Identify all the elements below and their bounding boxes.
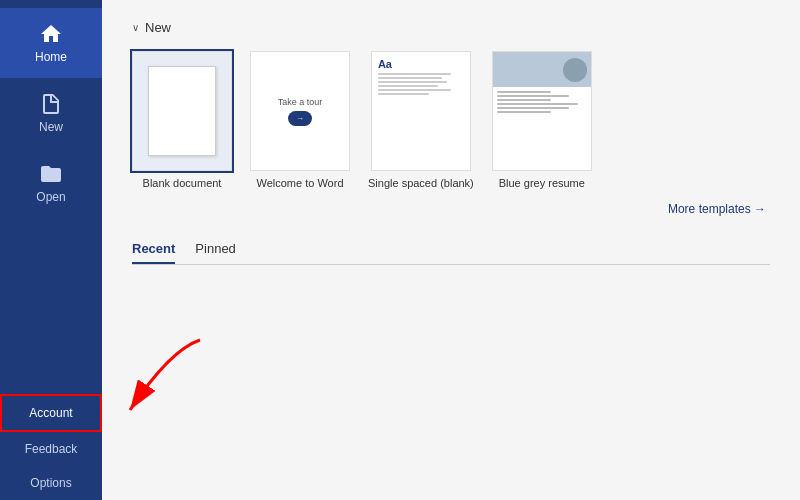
template-single[interactable]: Aa Single spaced (blank) xyxy=(368,51,474,189)
resume-avatar xyxy=(563,58,587,82)
resume-line xyxy=(497,107,569,109)
welcome-label: Welcome to Word xyxy=(256,177,343,189)
resume-label: Blue grey resume xyxy=(499,177,585,189)
blank-inner xyxy=(148,66,216,156)
new-icon xyxy=(39,92,63,116)
single-label: Single spaced (blank) xyxy=(368,177,474,189)
more-templates-link[interactable]: More templates → xyxy=(668,202,766,216)
resume-line xyxy=(497,91,551,93)
sidebar-item-options[interactable]: Options xyxy=(0,466,102,500)
sidebar-item-open[interactable]: Open xyxy=(0,148,102,218)
resume-line xyxy=(497,99,551,101)
feedback-label: Feedback xyxy=(25,442,78,456)
line-block xyxy=(378,73,464,95)
home-icon xyxy=(39,22,63,46)
welcome-btn: → xyxy=(288,111,312,126)
resume-body xyxy=(493,87,591,170)
sidebar-item-account[interactable]: Account xyxy=(0,394,102,432)
resume-line xyxy=(497,111,551,113)
template-welcome[interactable]: Take a tour → Welcome to Word xyxy=(250,51,350,189)
sidebar: Home New Open Account Feedback Options xyxy=(0,0,102,500)
tab-recent[interactable]: Recent xyxy=(132,235,175,264)
sidebar-item-home[interactable]: Home xyxy=(0,8,102,78)
new-section-header: ∨ New xyxy=(132,20,770,35)
tab-pinned[interactable]: Pinned xyxy=(195,235,235,264)
blank-thumb xyxy=(132,51,232,171)
thumb-aa: Aa xyxy=(378,58,464,70)
recent-empty xyxy=(132,281,770,481)
single-thumb: Aa xyxy=(371,51,471,171)
main-content: ∨ New Blank document Take a tour → Welco… xyxy=(102,0,800,500)
sidebar-home-label: Home xyxy=(35,50,67,64)
sidebar-item-feedback[interactable]: Feedback xyxy=(0,432,102,466)
welcome-text: Take a tour xyxy=(278,97,323,107)
sidebar-bottom: Account Feedback Options xyxy=(0,394,102,500)
options-label: Options xyxy=(30,476,71,490)
welcome-btn-arrow: → xyxy=(296,114,304,123)
blank-label: Blank document xyxy=(143,177,222,189)
resume-line xyxy=(497,103,578,105)
sidebar-item-new[interactable]: New xyxy=(0,78,102,148)
more-templates-container: More templates → xyxy=(132,199,770,217)
resume-top xyxy=(493,52,591,87)
templates-row: Blank document Take a tour → Welcome to … xyxy=(132,51,770,189)
sidebar-new-label: New xyxy=(39,120,63,134)
resume-line xyxy=(497,95,569,97)
open-icon xyxy=(39,162,63,186)
welcome-thumb: Take a tour → xyxy=(250,51,350,171)
tabs-row: Recent Pinned xyxy=(132,235,770,265)
sidebar-open-label: Open xyxy=(36,190,65,204)
template-resume[interactable]: Blue grey resume xyxy=(492,51,592,189)
account-label: Account xyxy=(29,406,72,420)
new-section-label: New xyxy=(145,20,171,35)
template-blank[interactable]: Blank document xyxy=(132,51,232,189)
chevron-icon: ∨ xyxy=(132,22,139,33)
resume-thumb xyxy=(492,51,592,171)
